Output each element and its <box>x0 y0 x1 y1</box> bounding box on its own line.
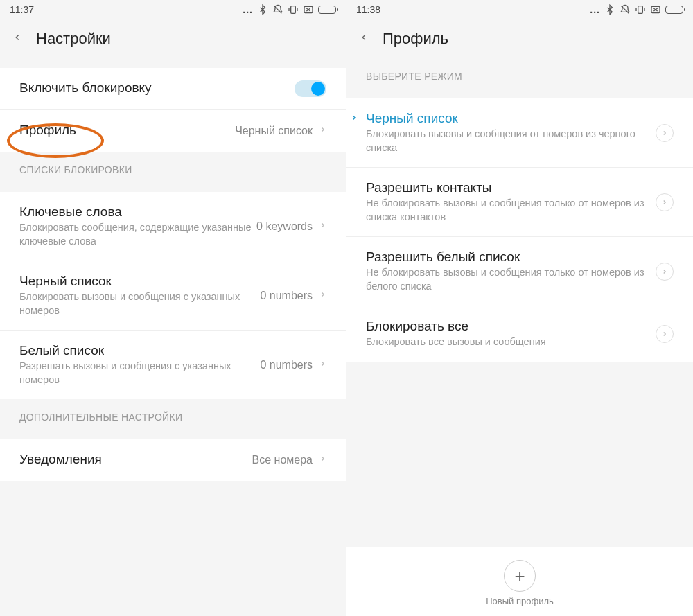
new-profile-button[interactable]: + <box>504 560 536 592</box>
close-box-icon <box>303 4 314 15</box>
chevron-right-icon <box>319 220 326 234</box>
page-title: Профиль <box>383 30 448 48</box>
profile-label: Профиль <box>19 123 235 138</box>
chevron-right-icon <box>319 124 326 138</box>
notifications-row[interactable]: Уведомления Все номера <box>0 439 346 481</box>
section-blocklists-label: СПИСКИ БЛОКИРОВКИ <box>0 152 346 182</box>
section-additional-label: ДОПОЛНИТЕЛЬНЫЕ НАСТРОЙКИ <box>0 399 346 430</box>
screen-settings: 11:37 ... Настройки Включить блокировку … <box>0 0 346 616</box>
keywords-row[interactable]: Ключевые слова Блокировать сообщения, со… <box>0 192 346 261</box>
whitelist-title: Белый список <box>19 343 260 358</box>
svg-rect-2 <box>638 6 643 14</box>
vibrate-icon <box>288 4 299 15</box>
mode-whitelist-title: Разрешить белый список <box>366 249 656 265</box>
status-bar: 11:37 ... <box>0 0 346 19</box>
chevron-circle-icon <box>656 193 674 211</box>
mode-blacklist-sub: Блокировать вызовы и сообщения от номеро… <box>366 127 656 155</box>
enable-blocking-row[interactable]: Включить блокировку <box>0 68 346 110</box>
keywords-sub: Блокировать сообщения, содержащие указан… <box>19 221 256 248</box>
app-header: Профиль <box>346 19 693 58</box>
mode-blockall-sub: Блокировать все вызовы и сообщения <box>366 335 656 349</box>
close-box-icon <box>650 4 661 15</box>
back-button[interactable] <box>12 30 22 48</box>
battery-icon <box>665 6 683 14</box>
enable-blocking-toggle[interactable] <box>295 80 326 97</box>
svg-rect-0 <box>291 6 296 14</box>
whitelist-row[interactable]: Белый список Разрешать вызовы и сообщени… <box>0 331 346 399</box>
chevron-circle-icon <box>656 263 674 281</box>
whitelist-sub: Разрешать вызовы и сообщения с указанных… <box>19 360 260 387</box>
chevron-circle-icon <box>656 325 674 343</box>
page-title: Настройки <box>36 30 111 48</box>
mode-contacts-sub: Не блокировать вызовы и сообщения только… <box>366 197 656 224</box>
whitelist-value: 0 numbers <box>260 359 313 371</box>
section-mode-label: ВЫБЕРИТЕ РЕЖИМ <box>346 58 693 89</box>
new-profile-label: Новый профиль <box>486 596 554 606</box>
mute-icon <box>620 4 631 15</box>
mode-option-blacklist[interactable]: Черный список Блокировать вызовы и сообщ… <box>346 98 693 168</box>
mode-option-contacts[interactable]: Разрешить контакты Не блокировать вызовы… <box>346 168 693 237</box>
notifications-value: Все номера <box>252 454 313 466</box>
mode-whitelist-sub: Не блокировать вызовы и сообщения только… <box>366 266 656 293</box>
chevron-circle-icon <box>656 124 674 142</box>
footer-action: + Новый профиль <box>346 547 693 616</box>
profile-value: Черный список <box>235 125 313 137</box>
vibrate-icon <box>635 4 646 15</box>
mode-option-whitelist[interactable]: Разрешить белый список Не блокировать вы… <box>346 237 693 306</box>
enable-blocking-label: Включить блокировку <box>19 80 295 96</box>
status-time: 11:37 <box>10 4 34 15</box>
profile-row[interactable]: Профиль Черный список <box>0 110 346 152</box>
chevron-right-icon <box>319 453 326 467</box>
mode-blockall-title: Блокировать все <box>366 319 656 334</box>
mode-option-blockall[interactable]: Блокировать все Блокировать все вызовы и… <box>346 306 693 362</box>
status-more-icon: ... <box>243 4 253 15</box>
status-time: 11:38 <box>356 4 380 15</box>
blacklist-sub: Блокировать вызовы и сообщения с указанн… <box>19 290 260 317</box>
screen-profile: 11:38 ... Профиль ВЫБЕРИТЕ РЕЖИМ Черный … <box>346 0 693 616</box>
notifications-title: Уведомления <box>19 452 252 467</box>
status-bar: 11:38 ... <box>346 0 693 19</box>
plus-icon: + <box>514 565 525 587</box>
blacklist-value: 0 numbers <box>260 290 313 302</box>
blacklist-row[interactable]: Черный список Блокировать вызовы и сообщ… <box>0 261 346 331</box>
chevron-right-icon <box>319 289 326 303</box>
selected-chevron-icon <box>351 112 358 126</box>
back-button[interactable] <box>359 30 369 48</box>
mode-contacts-title: Разрешить контакты <box>366 180 656 195</box>
blacklist-title: Черный список <box>19 274 260 289</box>
mode-blacklist-title: Черный список <box>366 111 656 126</box>
chevron-right-icon <box>319 358 326 372</box>
keywords-title: Ключевые слова <box>19 204 256 220</box>
status-more-icon: ... <box>590 4 600 15</box>
bluetooth-icon <box>604 4 615 15</box>
battery-icon <box>318 6 336 14</box>
mute-icon <box>272 4 283 15</box>
bluetooth-icon <box>257 4 268 15</box>
keywords-value: 0 keywords <box>256 220 313 233</box>
app-header: Настройки <box>0 19 346 58</box>
